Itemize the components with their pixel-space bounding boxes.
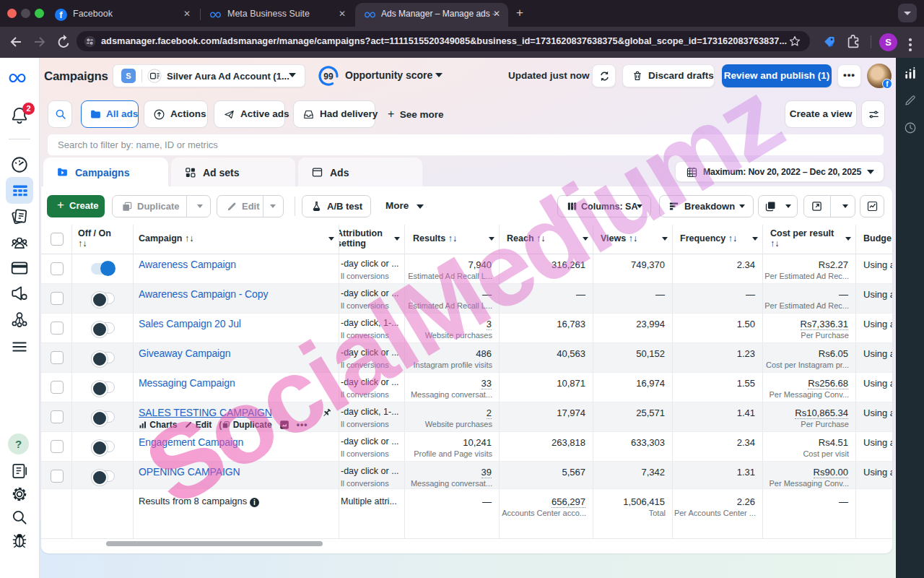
svg-text:99: 99 [323, 72, 334, 82]
